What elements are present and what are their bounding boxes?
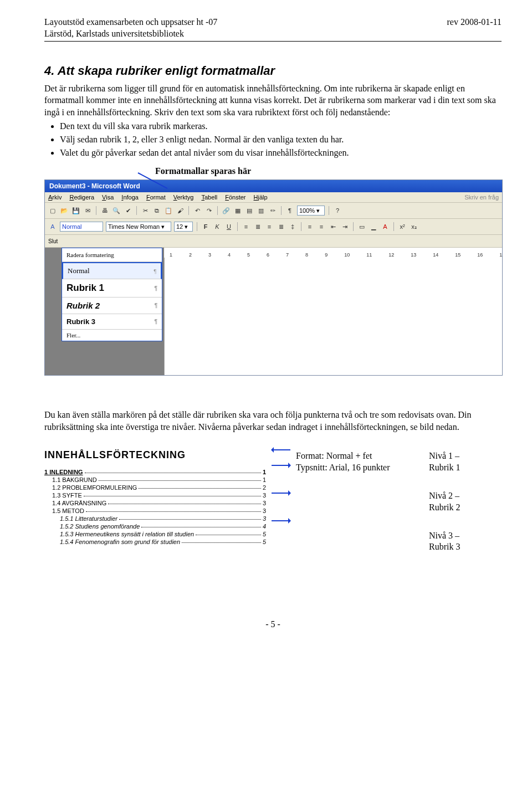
toc-image: INNEHÅLLSFÖRTECKNING 1 INLEDNING11.1 BAK…	[44, 449, 266, 546]
page-canvas[interactable]	[164, 258, 502, 375]
font-color-icon[interactable]: A	[381, 222, 390, 231]
document-area: 123 456 789 101112 131415 161718 Radera …	[45, 248, 502, 375]
bulleted-list-icon[interactable]: ≡	[317, 222, 326, 231]
highlight-icon[interactable]: ▁	[369, 222, 378, 231]
menu-fonster[interactable]: Fönster	[225, 194, 245, 201]
paste-icon[interactable]: 📋	[164, 206, 173, 215]
pilcrow-icon: ¶	[154, 268, 156, 274]
cut-icon[interactable]: ✂	[141, 206, 150, 215]
outdent-icon[interactable]: ⇤	[329, 222, 337, 231]
section-title: 4. Att skapa rubriker enligt formatmalla…	[44, 64, 502, 78]
style-normal[interactable]: Normal ¶	[62, 262, 162, 279]
header-divider	[44, 41, 502, 42]
help-search-hint[interactable]: Skriv en fråg	[464, 194, 499, 201]
superscript-icon[interactable]: x²	[398, 222, 407, 231]
pilcrow-icon: ¶	[154, 285, 157, 291]
instruction-list: Den text du vill ska vara rubrik markera…	[60, 120, 502, 158]
header-title: Layoutstöd examensarbeten och uppsatser …	[44, 17, 217, 28]
header-subtitle: Lärstöd, Karlstads universitetsbibliotek	[44, 28, 217, 40]
toc-entry: 1.5 METOD3	[44, 507, 266, 514]
horizontal-ruler: 123 456 789 101112 131415 161718	[164, 248, 502, 258]
standard-toolbar: ▢ 📂 💾 ✉ 🖶 🔍 ✔ ✂ ⧉ 📋 🖌 ↶ ↷ 🔗 ▦ ▤ ▥ ✏ ¶ 10…	[45, 203, 502, 219]
page-number: - 5 -	[44, 619, 502, 629]
numbered-list-icon[interactable]: ≡	[305, 222, 314, 231]
style-rubrik-3[interactable]: Rubrik 3 ¶	[62, 314, 162, 330]
style-rubrik-2[interactable]: Rubrik 2 ¶	[62, 298, 162, 314]
undo-icon[interactable]: ↶	[193, 206, 202, 215]
menu-tabell[interactable]: Tabell	[201, 194, 217, 201]
menu-arkiv[interactable]: Arkiv	[48, 194, 62, 201]
menubar: Arkiv Redigera Visa Infoga Format Verkty…	[45, 192, 502, 203]
line-spacing-icon[interactable]: ‡	[288, 222, 297, 231]
formatting-toolbar: A Normal Times New Roman ▾ 12 ▾ F K U ≡ …	[45, 219, 502, 235]
toc-entry: 1 INLEDNING1	[44, 469, 266, 475]
border-icon[interactable]: ▭	[357, 222, 366, 231]
table-icon[interactable]: ▦	[233, 206, 242, 215]
align-left-icon[interactable]: ≡	[242, 222, 250, 231]
header-revision: rev 2008-01-11	[447, 17, 502, 40]
toc-entry: 1.5.1 Litteraturstudier3	[44, 515, 266, 522]
excel-icon[interactable]: ▤	[245, 206, 254, 215]
copy-icon[interactable]: ⧉	[152, 206, 161, 215]
level-labels: Nivå 1 – Rubrik 1 Nivå 2 – Rubrik 2 Nivå…	[429, 449, 460, 570]
font-size-selector[interactable]: 12 ▾	[174, 222, 193, 232]
toc-entry: 1.1 BAKGRUND1	[44, 476, 266, 483]
word-window: Dokument3 - Microsoft Word Arkiv Rediger…	[44, 180, 503, 376]
save-icon[interactable]: 💾	[71, 206, 80, 215]
justify-icon[interactable]: ≣	[277, 222, 285, 231]
window-title: Dokument3 - Microsoft Word	[49, 182, 140, 190]
page-header: Layoutstöd examensarbeten och uppsatser …	[44, 17, 502, 40]
style-more[interactable]: Fler...	[62, 330, 162, 341]
menu-verktyg[interactable]: Verktyg	[173, 194, 194, 201]
mail-icon[interactable]: ✉	[83, 206, 92, 215]
spellcheck-icon[interactable]: ✔	[124, 206, 132, 215]
styles-pane-icon[interactable]: A	[48, 222, 57, 231]
toc-entry: 1.5.2 Studiens genomförande4	[44, 523, 266, 530]
list-item: Valet du gör påverkar sedan det antal ni…	[60, 147, 502, 159]
menu-infoga[interactable]: Infoga	[121, 194, 139, 201]
menu-format[interactable]: Format	[146, 194, 166, 201]
toc-example: INNEHÅLLSFÖRTECKNING 1 INLEDNING11.1 BAK…	[44, 449, 502, 570]
preview-icon[interactable]: 🔍	[112, 206, 121, 215]
underline-button[interactable]: U	[224, 222, 233, 231]
toc-entry: 1.3 SYFTE3	[44, 492, 266, 499]
help-icon[interactable]: ?	[333, 206, 342, 215]
toc-entry: 1.5.3 Hermeneutikens synsätt i relation …	[44, 531, 266, 537]
open-icon[interactable]: 📂	[60, 206, 69, 215]
hyperlink-icon[interactable]: 🔗	[222, 206, 231, 215]
style-clear-formatting[interactable]: Radera formatering	[62, 248, 162, 262]
intro-paragraph: Det är rubrikerna som ligger till grund …	[44, 83, 502, 119]
titlebar: Dokument3 - Microsoft Word	[45, 180, 502, 192]
status-strip: Slut	[45, 235, 502, 248]
format-note: Format: Normal + fet Typsnitt: Arial, 16…	[296, 449, 423, 474]
drawing-icon[interactable]: ✏	[268, 206, 277, 215]
pilcrow-icon: ¶	[154, 319, 157, 325]
print-icon[interactable]: 🖶	[100, 206, 109, 215]
format-note-line: Format: Normal + fet	[296, 450, 423, 462]
show-marks-icon[interactable]: ¶	[285, 206, 294, 215]
style-rubrik-1[interactable]: Rubrik 1 ¶	[62, 279, 162, 298]
italic-button[interactable]: K	[213, 222, 222, 231]
format-painter-icon[interactable]: 🖌	[176, 206, 185, 215]
bold-button[interactable]: F	[201, 222, 210, 231]
zoom-box[interactable]: 100% ▾	[297, 206, 325, 216]
align-right-icon[interactable]: ≡	[265, 222, 274, 231]
list-item: Välj sedan rubrik 1, 2, eller 3 enligt n…	[60, 134, 502, 146]
font-selector[interactable]: Times New Roman ▾	[106, 222, 171, 232]
list-item: Den text du vill ska vara rubrik markera…	[60, 120, 502, 132]
menu-visa[interactable]: Visa	[102, 194, 114, 201]
menu-hjalp[interactable]: Hjälp	[254, 194, 268, 201]
new-icon[interactable]: ▢	[48, 206, 57, 215]
columns-icon[interactable]: ▥	[257, 206, 265, 215]
subscript-icon[interactable]: x₂	[410, 222, 418, 231]
style-selector[interactable]: Normal	[60, 222, 103, 232]
toc-entry: 1.4 AVGRÄNSNING3	[44, 500, 266, 506]
menu-redigera[interactable]: Redigera	[69, 194, 94, 201]
redo-icon[interactable]: ↷	[204, 206, 213, 215]
arrow-left-icon	[272, 449, 290, 450]
indent-icon[interactable]: ⇥	[340, 222, 349, 231]
format-note-line: Typsnitt: Arial, 16 punkter	[296, 462, 423, 474]
align-center-icon[interactable]: ≣	[253, 222, 262, 231]
arrow-right-icon	[272, 465, 290, 466]
toc-entry: 1.2 PROBLEMFORMULERING2	[44, 484, 266, 491]
